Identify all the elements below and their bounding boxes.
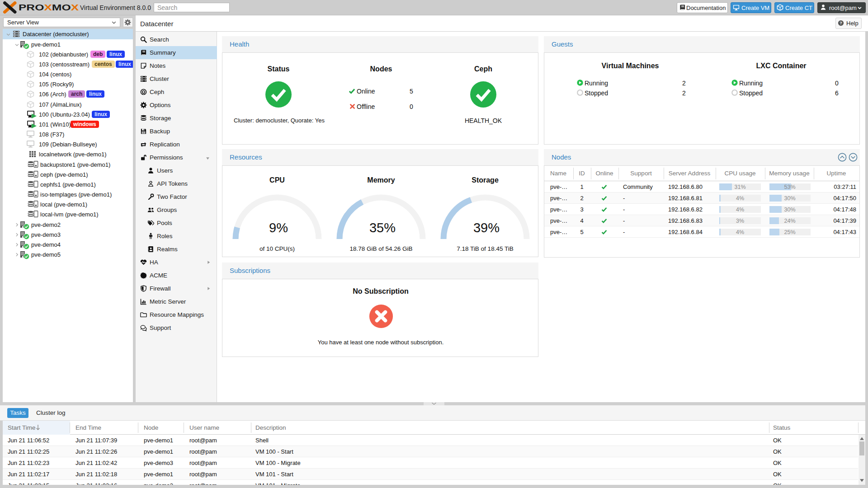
svg-text:?: ?	[840, 21, 842, 25]
